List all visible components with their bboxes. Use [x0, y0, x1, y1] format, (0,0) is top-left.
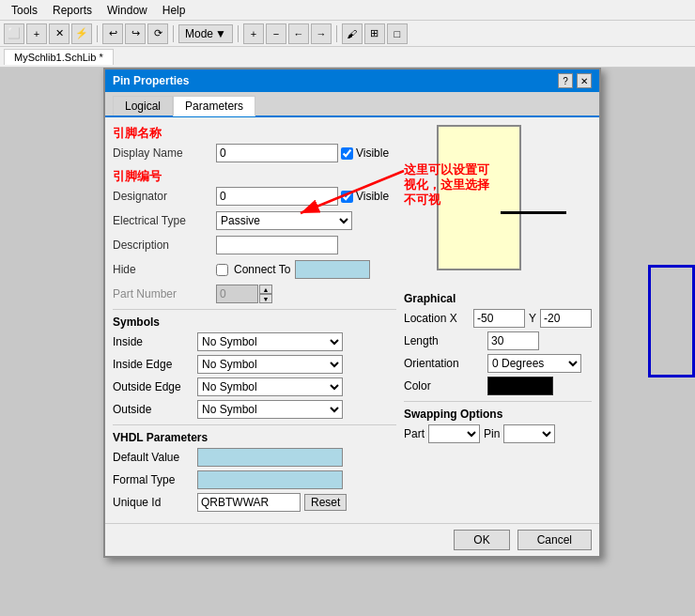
description-input[interactable] [216, 236, 338, 254]
connect-to-input[interactable] [295, 260, 370, 279]
formal-type-label: Formal Type [113, 473, 197, 486]
ok-button[interactable]: OK [454, 530, 509, 550]
formal-type-input[interactable] [197, 470, 343, 489]
inside-edge-row: Inside Edge No Symbol [113, 355, 396, 374]
part-number-label: Part Number [113, 287, 216, 300]
pin-number-annotation: 引脚编号 [113, 169, 162, 183]
menu-reports[interactable]: Reports [45, 2, 100, 19]
unique-id-row: Unique Id Reset [113, 493, 396, 512]
designator-input[interactable] [216, 187, 338, 206]
hide-checkbox[interactable] [216, 264, 228, 276]
default-value-label: Default Value [113, 451, 197, 464]
designator-visible-checkbox[interactable] [341, 191, 353, 203]
default-value-input[interactable] [197, 448, 343, 467]
length-row: Length [404, 331, 592, 350]
toolbar-btn-1[interactable]: ⬜ [4, 23, 24, 44]
electrical-type-select[interactable]: Passive Input Output [216, 211, 352, 230]
toolbar-refresh[interactable]: ⟳ [147, 23, 168, 44]
electrical-type-label: Electrical Type [113, 214, 216, 227]
graphical-header: Graphical [404, 292, 592, 305]
menu-window[interactable]: Window [100, 2, 155, 19]
menu-help[interactable]: Help [155, 2, 193, 19]
toolbar: ⬜ + ✕ ⚡ ↩ ↪ ⟳ Mode ▼ + − ← → 🖌 ⊞ □ [0, 21, 695, 47]
orientation-row: Orientation 0 Degrees 90 Degrees 180 Deg… [404, 354, 592, 373]
inside-select[interactable]: No Symbol [197, 332, 343, 351]
inside-edge-select[interactable]: No Symbol [197, 355, 343, 374]
display-name-visible-label: Visible [341, 146, 389, 160]
dialog-body: 引脚名称 Display Name Visible 引脚编号 [105, 117, 599, 523]
pin-swap-label: Pin [484, 427, 500, 440]
main-area: Pin Properties ? ✕ Logical Parameters 引脚… [0, 68, 695, 616]
part-swap-label: Part [404, 427, 425, 440]
tab-logical[interactable]: Logical [113, 96, 173, 116]
dialog-title: Pin Properties [113, 74, 189, 87]
menu-tools[interactable]: Tools [4, 2, 45, 19]
outside-edge-select[interactable]: No Symbol [197, 377, 343, 396]
dialog-close-btn[interactable]: ✕ [577, 73, 592, 88]
color-label: Color [404, 379, 484, 393]
toolbar-view[interactable]: □ [387, 23, 408, 44]
dialog-tab-strip: Logical Parameters [105, 92, 599, 117]
color-swatch[interactable] [487, 377, 553, 395]
pin-name-annotation: 引脚名称 [113, 126, 162, 140]
toolbar-paint[interactable]: 🖌 [342, 23, 363, 44]
pin-properties-dialog: Pin Properties ? ✕ Logical Parameters 引脚… [103, 68, 601, 558]
pin-preview [437, 125, 521, 270]
formal-type-row: Formal Type [113, 470, 396, 489]
description-row: Description [113, 236, 396, 254]
form-left: 引脚名称 Display Name Visible 引脚编号 [113, 125, 396, 516]
toolbar-btn-2[interactable]: + [26, 23, 47, 44]
toolbar-plus[interactable]: + [243, 23, 264, 44]
blue-border-box [648, 265, 695, 377]
unique-id-input[interactable] [197, 493, 301, 512]
length-label: Length [404, 334, 484, 347]
display-name-input[interactable] [216, 144, 338, 162]
spin-down[interactable]: ▼ [259, 294, 272, 303]
designator-row: Designator Visible [113, 187, 396, 206]
swapping-header: Swapping Options [404, 408, 592, 421]
toolbar-btn-3[interactable]: ✕ [49, 23, 70, 44]
tab-parameters[interactable]: Parameters [173, 96, 255, 116]
menubar: Tools Reports Window Help [0, 0, 695, 21]
designator-label: Designator [113, 190, 216, 203]
color-row: Color [404, 377, 592, 395]
display-name-visible-checkbox[interactable] [341, 147, 353, 160]
tab-bar: MySchlib1.SchLib * [0, 47, 695, 68]
pin-line [501, 211, 566, 214]
schlib-tab[interactable]: MySchlib1.SchLib * [4, 49, 114, 65]
toolbar-grid[interactable]: ⊞ [364, 23, 385, 44]
toolbar-btn-4[interactable]: ⚡ [71, 23, 92, 44]
outside-select[interactable]: No Symbol [197, 400, 343, 419]
preview-panel: Graphical Location X Y Length O [404, 125, 592, 516]
cancel-button[interactable]: Cancel [517, 530, 592, 550]
electrical-type-row: Electrical Type Passive Input Output [113, 211, 396, 230]
toolbar-minus[interactable]: − [266, 23, 286, 44]
canvas: Pin Properties ? ✕ Logical Parameters 引脚… [0, 68, 695, 616]
part-swap-select[interactable] [428, 424, 480, 443]
orientation-select[interactable]: 0 Degrees 90 Degrees 180 Degrees 270 Deg… [487, 354, 581, 373]
toolbar-right[interactable]: → [311, 23, 332, 44]
dialog-help-btn[interactable]: ? [558, 73, 573, 88]
dialog-titlebar: Pin Properties ? ✕ [105, 69, 599, 92]
display-name-label: Display Name [113, 146, 216, 160]
toolbar-redo[interactable]: ↪ [125, 23, 146, 44]
pin-swap-select[interactable] [503, 424, 555, 443]
description-label: Description [113, 239, 216, 252]
reset-button[interactable]: Reset [304, 494, 347, 511]
mode-button[interactable]: Mode ▼ [178, 24, 233, 43]
length-input[interactable] [487, 331, 539, 350]
inside-edge-label: Inside Edge [113, 358, 197, 371]
toolbar-left[interactable]: ← [288, 23, 309, 44]
symbols-header: Symbols [113, 316, 396, 329]
connect-to-label: Connect To [234, 263, 291, 276]
spin-up[interactable]: ▲ [259, 285, 272, 294]
designator-visible-text: Visible [356, 190, 389, 203]
toolbar-undo[interactable]: ↩ [102, 23, 123, 44]
location-x-input[interactable] [473, 309, 525, 328]
swapping-row: Part Pin [404, 424, 592, 443]
vhdl-header: VHDL Parameters [113, 431, 396, 444]
dialog-footer: OK Cancel [105, 523, 599, 556]
part-number-spinner: ▲ ▼ [259, 285, 272, 303]
part-number-input [216, 285, 258, 303]
location-y-input[interactable] [540, 309, 592, 328]
